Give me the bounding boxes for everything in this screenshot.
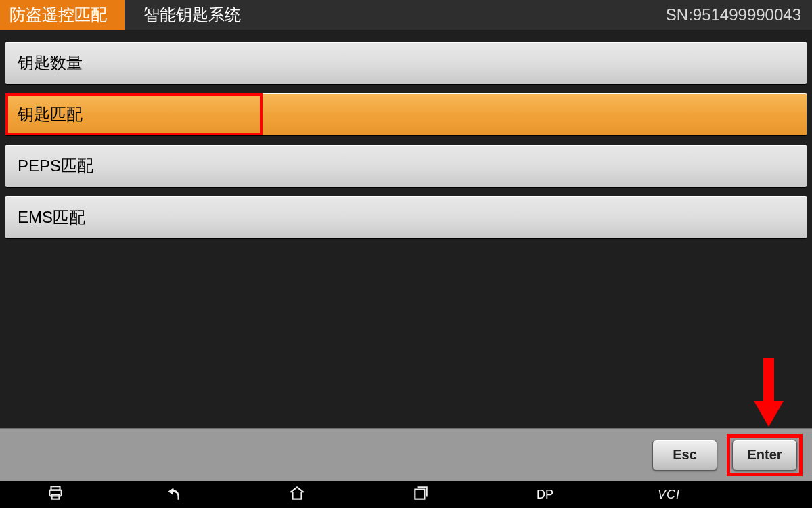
enter-button-wrap: Enter — [732, 440, 797, 471]
header-subtitle: 智能钥匙系统 — [125, 0, 241, 30]
subtitle-label: 智能钥匙系统 — [143, 4, 241, 26]
bottom-nav: DP VCI — [0, 481, 812, 508]
nav-dp[interactable]: DP — [483, 488, 607, 502]
nav-home[interactable] — [235, 484, 359, 505]
menu-item-label: EMS匹配 — [18, 207, 85, 228]
home-icon — [288, 484, 306, 505]
svg-rect-2 — [52, 494, 60, 499]
svg-rect-3 — [415, 489, 425, 499]
menu-item-label: 钥匙匹配 — [18, 104, 83, 125]
recent-apps-icon — [412, 484, 430, 505]
enter-button-label: Enter — [747, 447, 782, 463]
menu-item-label: 钥匙数量 — [18, 52, 83, 74]
esc-button-label: Esc — [673, 447, 697, 463]
action-bar: Esc Enter — [0, 428, 812, 481]
esc-button[interactable]: Esc — [652, 440, 717, 471]
menu-item-key-count[interactable]: 钥匙数量 — [5, 42, 807, 84]
enter-button[interactable]: Enter — [732, 440, 797, 471]
header-bar: 防盗遥控匹配 智能钥匙系统 SN:951499990043 — [0, 0, 812, 30]
nav-print[interactable] — [0, 484, 112, 505]
nav-dp-label: DP — [537, 488, 554, 502]
mode-badge: 防盗遥控匹配 — [0, 0, 125, 30]
menu-item-key-match[interactable]: 钥匙匹配 — [5, 93, 807, 135]
nav-vci[interactable]: VCI — [607, 488, 731, 502]
mode-label: 防盗遥控匹配 — [9, 4, 107, 26]
menu-item-ems-match[interactable]: EMS匹配 — [5, 196, 807, 238]
menu-item-label: PEPS匹配 — [18, 155, 93, 177]
main-panel: 钥匙数量 钥匙匹配 PEPS匹配 EMS匹配 — [0, 30, 812, 428]
back-icon — [164, 484, 182, 505]
printer-icon — [47, 484, 64, 505]
serial-number: SN:951499990043 — [666, 0, 812, 30]
sn-label: SN:951499990043 — [666, 5, 801, 24]
menu-item-peps-match[interactable]: PEPS匹配 — [5, 145, 807, 187]
header-spacer — [241, 0, 666, 30]
nav-vci-label: VCI — [658, 488, 680, 502]
nav-back[interactable] — [112, 484, 235, 505]
nav-recent[interactable] — [359, 484, 483, 505]
